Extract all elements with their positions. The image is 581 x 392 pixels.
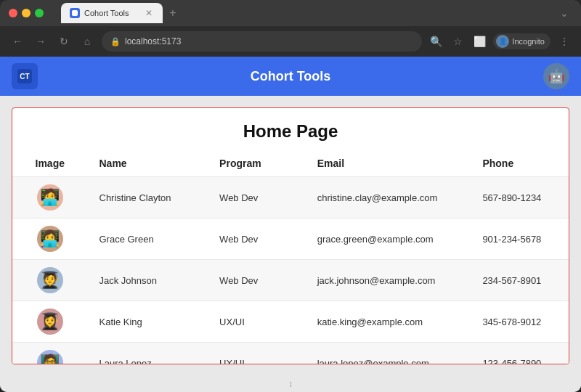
app-title: Cohort Tools xyxy=(38,69,543,84)
cell-name: Laura Lopez xyxy=(88,343,208,365)
students-table: Image Name Program Email Phone 🧑‍💻 xyxy=(12,150,569,364)
scrollbar-indicator: ↕ xyxy=(0,376,581,392)
cell-name: Katie King xyxy=(88,301,208,343)
address-text: localhost:5173 xyxy=(125,36,413,46)
tab-close-button[interactable]: ✕ xyxy=(144,8,154,18)
student-avatar: 🧑‍💻 xyxy=(37,184,63,211)
col-header-phone: Phone xyxy=(471,150,569,177)
cell-email: katie.king@example.com xyxy=(306,301,471,343)
cell-phone: 234-567-8901 xyxy=(471,260,569,301)
cell-image: 🧑‍💻 xyxy=(12,177,88,219)
cell-email: jack.johnson@example.com xyxy=(306,260,471,301)
browser-window: Cohort Tools ✕ + ⌄ ← → ↻ ⌂ 🔒 localhost:5… xyxy=(0,0,581,392)
new-tab-button[interactable]: + xyxy=(163,3,183,23)
table-row: 👩‍💻 Grace Green Web Dev grace.green@exam… xyxy=(12,219,569,260)
browser-menu-icon[interactable]: ⌄ xyxy=(556,5,572,21)
table-header: Image Name Program Email Phone xyxy=(12,150,569,177)
cell-phone: 567-890-1234 xyxy=(471,177,569,219)
cell-program: UX/UI xyxy=(208,343,306,365)
active-tab[interactable]: Cohort Tools ✕ xyxy=(61,3,163,23)
cell-name: Christine Clayton xyxy=(88,177,208,219)
cell-name: Grace Green xyxy=(88,219,208,260)
cell-program: UX/UI xyxy=(208,301,306,343)
cell-phone: 901-234-5678 xyxy=(471,219,569,260)
table-row: 🧑‍🏫 Laura Lopez UX/UI laura.lopez@exampl… xyxy=(12,343,569,365)
cell-email: laura.lopez@example.com xyxy=(306,343,471,365)
close-button[interactable] xyxy=(9,9,17,17)
cell-program: Web Dev xyxy=(208,219,306,260)
cell-image: 👩‍🎓 xyxy=(12,301,88,343)
browser-options-icon[interactable]: ⋮ xyxy=(556,33,572,49)
user-avatar[interactable]: 🤖 xyxy=(543,63,569,89)
col-header-image: Image xyxy=(12,150,88,177)
table-row: 👩‍🎓 Katie King UX/UI katie.king@example.… xyxy=(12,301,569,343)
cell-program: Web Dev xyxy=(208,177,306,219)
minimize-button[interactable] xyxy=(22,9,31,17)
table-row: 🧑‍🎓 Jack Johnson Web Dev jack.johnson@ex… xyxy=(12,260,569,301)
cell-image: 👩‍💻 xyxy=(12,219,88,260)
app-logo: CT xyxy=(12,63,38,89)
scroll-arrow-icon: ↕ xyxy=(288,379,293,389)
back-button[interactable]: ← xyxy=(9,33,26,50)
cell-image: 🧑‍🏫 xyxy=(12,343,88,365)
table-body: 🧑‍💻 Christine Clayton Web Dev christine.… xyxy=(12,177,569,365)
cell-image: 🧑‍🎓 xyxy=(12,260,88,301)
toolbar: ← → ↻ ⌂ 🔒 localhost:5173 🔍 ☆ ⬜ 👤 Incogni… xyxy=(0,26,581,57)
profile-avatar-icon: 👤 xyxy=(496,35,509,48)
header-row: Image Name Program Email Phone xyxy=(12,150,569,177)
col-header-email: Email xyxy=(306,150,471,177)
content-card: Home Page Image Name Program Email Phone xyxy=(12,107,569,364)
cell-phone: 123-456-7890 xyxy=(471,343,569,365)
forward-button[interactable]: → xyxy=(32,33,49,50)
cell-email: grace.green@example.com xyxy=(306,219,471,260)
cell-email: christine.clay@example.com xyxy=(306,177,471,219)
col-header-name: Name xyxy=(88,150,208,177)
tab-view-icon[interactable]: ⬜ xyxy=(471,33,487,49)
tabs-bar: Cohort Tools ✕ + xyxy=(61,3,550,23)
lock-icon: 🔒 xyxy=(110,37,121,46)
tab-favicon xyxy=(70,8,80,18)
reload-button[interactable]: ↻ xyxy=(55,33,73,50)
search-icon[interactable]: 🔍 xyxy=(428,33,444,49)
traffic-lights xyxy=(9,9,44,17)
table-row: 🧑‍💻 Christine Clayton Web Dev christine.… xyxy=(12,177,569,219)
page-content: CT Cohort Tools 🤖 Home Page Image Name P… xyxy=(0,57,581,392)
maximize-button[interactable] xyxy=(35,9,44,17)
student-avatar: 🧑‍🎓 xyxy=(37,267,63,293)
bookmark-icon[interactable]: ☆ xyxy=(450,33,466,49)
app-header: CT Cohort Tools 🤖 xyxy=(0,57,581,96)
page-heading: Home Page xyxy=(12,108,569,150)
cell-phone: 345-678-9012 xyxy=(471,301,569,343)
tab-title: Cohort Tools xyxy=(84,9,139,17)
main-content: Home Page Image Name Program Email Phone xyxy=(0,96,581,376)
student-avatar: 🧑‍🏫 xyxy=(37,350,63,364)
profile-chip[interactable]: 👤 Incognito xyxy=(493,33,550,49)
address-bar[interactable]: 🔒 localhost:5173 xyxy=(102,31,422,52)
svg-text:CT: CT xyxy=(20,73,29,81)
title-bar: Cohort Tools ✕ + ⌄ xyxy=(0,0,581,26)
student-avatar: 👩‍🎓 xyxy=(37,309,63,335)
toolbar-right: 🔍 ☆ ⬜ 👤 Incognito ⋮ xyxy=(428,33,572,49)
profile-label: Incognito xyxy=(512,37,545,46)
cell-program: Web Dev xyxy=(208,260,306,301)
cell-name: Jack Johnson xyxy=(88,260,208,301)
col-header-program: Program xyxy=(208,150,306,177)
home-button[interactable]: ⌂ xyxy=(78,33,96,50)
student-avatar: 👩‍💻 xyxy=(37,226,63,252)
